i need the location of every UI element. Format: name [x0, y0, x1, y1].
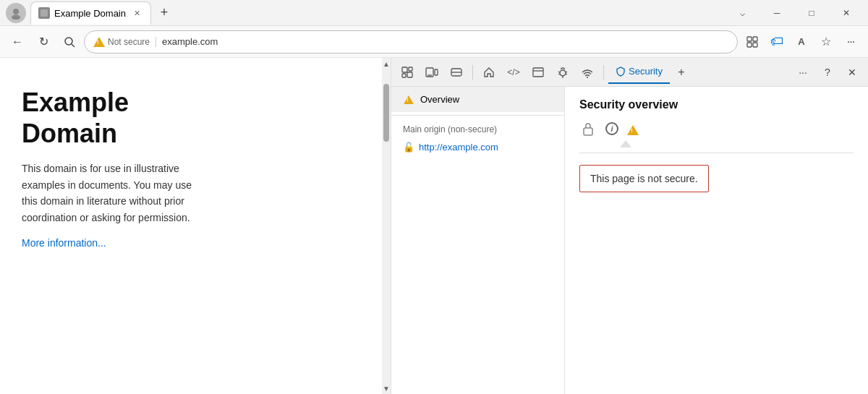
devtools-sidebar: Overview Main origin (non-secure) 🔓 http… [391, 87, 565, 394]
not-secure-badge: Not secure [93, 37, 156, 47]
svg-rect-8 [753, 43, 757, 47]
inspect-tool-button[interactable] [396, 61, 419, 84]
overview-warning-icon [404, 95, 414, 104]
favorites-button[interactable]: ☆ [814, 30, 838, 53]
origin-link[interactable]: 🔓 http://example.com [391, 137, 564, 157]
lock-security-icon[interactable] [579, 120, 597, 137]
origin-link-text: http://example.com [419, 142, 498, 153]
page-body: This domain is for use in illustrative e… [22, 160, 195, 226]
devtools-separator-2 [603, 65, 604, 80]
scroll-down[interactable]: ▼ [382, 382, 391, 394]
triangle-indicator [620, 140, 631, 147]
address-bar[interactable]: Not secure example.com [84, 30, 738, 53]
devtools-content: Overview Main origin (non-secure) 🔓 http… [391, 87, 868, 394]
collections-button[interactable] [741, 30, 764, 53]
device-tool-button[interactable] [420, 61, 443, 84]
svg-rect-27 [584, 128, 592, 135]
toggle-tool-button[interactable] [445, 61, 468, 84]
bug-tool-button[interactable] [551, 61, 574, 84]
titlebar: Example Domain ✕ + ⌵ ─ □ ✕ [0, 0, 868, 26]
devtools-panel: </> [391, 58, 868, 394]
svg-point-3 [65, 38, 72, 45]
svg-rect-10 [409, 67, 412, 71]
add-tab-button[interactable]: + [671, 62, 692, 82]
svg-rect-14 [435, 69, 438, 75]
close-button[interactable]: ✕ [830, 1, 862, 25]
svg-rect-11 [402, 74, 406, 77]
toolbar: ← ↻ Not secure example.com 🏷 A ☆ ··· [0, 26, 868, 58]
security-tab-label: Security [629, 66, 663, 77]
devtools-more-button[interactable]: ··· [791, 61, 814, 84]
search-button[interactable] [58, 30, 81, 53]
window-controls: ⌵ ─ □ ✕ [726, 1, 862, 25]
tab-favicon [38, 7, 50, 19]
not-secure-label: Not secure [108, 37, 150, 47]
svg-line-23 [558, 74, 561, 74]
svg-line-24 [566, 74, 568, 74]
network-tool-button[interactable] [527, 61, 550, 84]
svg-rect-18 [533, 68, 543, 77]
section-label: Main origin (non-secure) [391, 119, 564, 137]
back-button[interactable]: ← [6, 30, 29, 53]
toolbar-right-buttons: 🏷 A ☆ ··· [741, 30, 862, 53]
svg-rect-9 [402, 67, 407, 72]
overview-nav-item[interactable]: Overview [391, 87, 564, 112]
svg-point-20 [560, 70, 566, 76]
read-view-button[interactable]: A [790, 30, 813, 53]
svg-rect-6 [753, 37, 757, 41]
warning-icon [93, 37, 105, 47]
new-tab-button[interactable]: + [154, 3, 174, 23]
svg-rect-7 [747, 43, 752, 47]
devtools-help-button[interactable]: ? [816, 61, 839, 84]
devtools-close-button[interactable]: ✕ [841, 61, 864, 84]
scroll-thumb[interactable] [383, 84, 389, 142]
profile-avatar[interactable] [6, 3, 26, 23]
security-overview-panel: Security overview i This [565, 87, 868, 394]
more-info-link[interactable]: More information... [22, 237, 360, 249]
page-title: Example Domain [22, 87, 360, 149]
tab-bar: Example Domain ✕ + [30, 1, 726, 25]
devtools-toolbar-right: ··· ? ✕ [791, 61, 864, 84]
devtools-separator-1 [472, 65, 473, 80]
wifi-tool-button[interactable] [576, 61, 599, 84]
devtools-toolbar: </> [391, 58, 868, 87]
tab-title: Example Domain [54, 8, 126, 19]
svg-rect-12 [407, 72, 412, 77]
browser-content: Example Domain This domain is for use in… [0, 58, 382, 394]
scroll-up[interactable]: ▲ [382, 58, 391, 69]
home-tool-button[interactable] [477, 61, 501, 84]
main-area: Example Domain This domain is for use in… [0, 58, 868, 394]
svg-point-0 [13, 9, 19, 14]
warning-security-icon[interactable] [627, 125, 639, 135]
address-text: example.com [162, 36, 218, 47]
svg-point-1 [12, 14, 20, 20]
svg-rect-5 [747, 37, 752, 41]
scrollbar[interactable]: ▲ ▼ [382, 58, 391, 394]
tag-button[interactable]: 🏷 [765, 30, 788, 53]
minimize-button[interactable]: ─ [761, 1, 793, 25]
nav-separator [391, 115, 564, 116]
not-secure-message-box: This page is not secure. [579, 165, 709, 192]
svg-rect-2 [41, 9, 48, 17]
not-secure-message: This page is not secure. [590, 173, 698, 184]
security-icons-row: i [579, 120, 854, 137]
overview-label: Overview [420, 94, 459, 105]
refresh-button[interactable]: ↻ [32, 30, 55, 53]
security-overview-title: Security overview [579, 98, 854, 111]
restore-button[interactable]: □ [796, 1, 827, 25]
security-tab[interactable]: Security [608, 61, 670, 84]
info-security-icon[interactable]: i [605, 122, 618, 135]
svg-point-26 [587, 77, 588, 78]
active-tab[interactable]: Example Domain ✕ [30, 1, 151, 25]
code-tool-button[interactable]: </> [502, 61, 525, 84]
settings-button[interactable]: ··· [839, 30, 862, 53]
security-divider [579, 153, 854, 153]
chevron-button[interactable]: ⌵ [726, 1, 758, 25]
svg-line-4 [72, 44, 75, 47]
tab-close-button[interactable]: ✕ [130, 7, 143, 20]
